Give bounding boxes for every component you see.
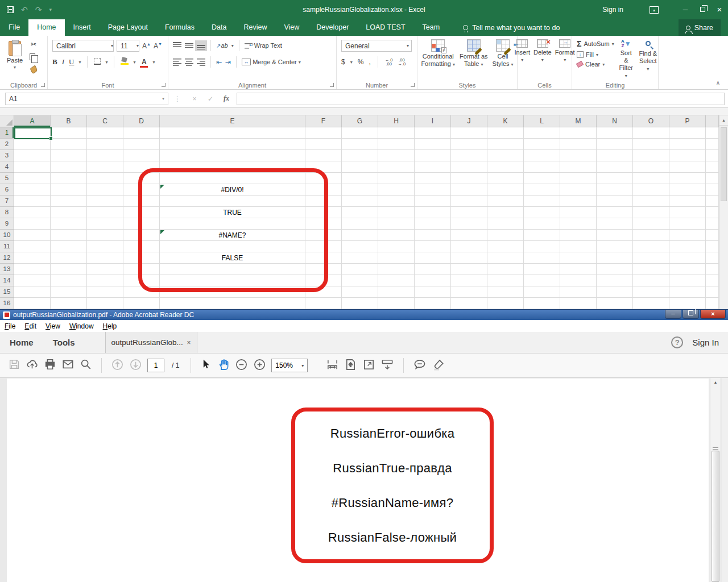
grid-cell[interactable]: [633, 230, 669, 241]
grid-cell[interactable]: [706, 241, 719, 252]
grid-cell[interactable]: [51, 196, 87, 207]
grid-cell[interactable]: [342, 184, 378, 196]
grid-cell[interactable]: [14, 252, 51, 264]
ribbon-display-options-icon[interactable]: ▴: [650, 6, 659, 14]
grid-cell[interactable]: [14, 196, 51, 207]
fill-color-dropdown-icon[interactable]: ▾: [133, 60, 135, 65]
grid-cell[interactable]: [487, 252, 524, 264]
insert-function-button[interactable]: fx: [218, 94, 234, 103]
grid-cell[interactable]: [560, 218, 597, 230]
grid-cell[interactable]: [597, 196, 633, 207]
ribbon-tab-page-layout[interactable]: Page Layout: [100, 19, 156, 36]
grid-cell[interactable]: [305, 298, 342, 309]
grid-cell[interactable]: [524, 241, 560, 252]
grid-cell[interactable]: [669, 264, 706, 275]
number-dialog-launcher-icon[interactable]: [411, 83, 415, 87]
grid-cell[interactable]: [342, 127, 378, 139]
grid-cell[interactable]: [560, 275, 597, 286]
insert-cells-button[interactable]: ⇤ Insert ▾: [514, 36, 530, 81]
fill-color-button[interactable]: [121, 57, 129, 67]
grid-cell[interactable]: [633, 150, 669, 161]
grid-cell[interactable]: [706, 139, 719, 150]
grid-cell[interactable]: [524, 139, 560, 150]
grid-cell[interactable]: [451, 241, 487, 252]
grid-cell[interactable]: [342, 286, 378, 298]
grid-cell[interactable]: [669, 139, 706, 150]
orientation-button[interactable]: ↗ab: [216, 42, 228, 49]
grid-cell[interactable]: [597, 275, 633, 286]
grid-cell[interactable]: [451, 196, 487, 207]
row-header-9[interactable]: 9: [0, 218, 14, 230]
tell-me-box[interactable]: Tell me what you want to do: [463, 19, 560, 36]
grid-cell[interactable]: [669, 161, 706, 173]
paste-button[interactable]: Paste ▾: [3, 39, 27, 81]
italic-button[interactable]: I: [62, 57, 64, 66]
grid-cell[interactable]: [14, 161, 51, 173]
grid-cell[interactable]: [87, 173, 123, 184]
grid-cell[interactable]: [415, 264, 451, 275]
grid-cell[interactable]: [451, 184, 487, 196]
excel-restore-button[interactable]: [694, 0, 711, 19]
print-button[interactable]: [44, 358, 56, 373]
grid-cell[interactable]: [487, 241, 524, 252]
menu-help[interactable]: Help: [98, 322, 122, 330]
cancel-entry-button[interactable]: ×: [187, 95, 202, 103]
grid-cell[interactable]: [706, 184, 719, 196]
name-box[interactable]: A1▾: [5, 93, 168, 105]
grid-cell[interactable]: [524, 184, 560, 196]
grid-cell[interactable]: [378, 127, 415, 139]
increase-decimal-button[interactable]: ←.0 .00: [385, 58, 393, 66]
grid-cell[interactable]: [451, 275, 487, 286]
grid-cell[interactable]: [706, 173, 719, 184]
row-header-15[interactable]: 15: [0, 286, 14, 298]
grid-cell[interactable]: [378, 230, 415, 241]
grid-cell[interactable]: [597, 207, 633, 218]
save-icon[interactable]: [7, 6, 14, 13]
column-header-k[interactable]: K: [487, 115, 524, 127]
grid-cell[interactable]: [706, 196, 719, 207]
reading-mode-button[interactable]: [380, 358, 394, 373]
grid-cell[interactable]: [597, 241, 633, 252]
tab-home[interactable]: Home: [0, 332, 43, 353]
grid-cell[interactable]: [524, 298, 560, 309]
column-header-n[interactable]: N: [597, 115, 633, 127]
grid-cell[interactable]: [487, 184, 524, 196]
grid-cell[interactable]: [415, 252, 451, 264]
column-header-b[interactable]: B: [51, 115, 87, 127]
align-middle-button[interactable]: [185, 42, 193, 49]
grid-cell[interactable]: [706, 161, 719, 173]
confirm-entry-button[interactable]: ✓: [202, 95, 218, 103]
find-select-button[interactable]: Find & Select ▾: [638, 38, 658, 84]
grid-cell[interactable]: [305, 127, 342, 139]
column-header-m[interactable]: M: [560, 115, 597, 127]
actual-size-button[interactable]: [362, 358, 375, 373]
grid-cell[interactable]: [524, 252, 560, 264]
grid-cell[interactable]: [415, 173, 451, 184]
grid-cell[interactable]: [669, 241, 706, 252]
grid-cell[interactable]: [524, 218, 560, 230]
grid-cell[interactable]: [487, 286, 524, 298]
ribbon-tab-review[interactable]: Review: [235, 19, 275, 36]
save-file-button[interactable]: [8, 358, 20, 373]
grid-cell[interactable]: [160, 127, 305, 139]
grid-cell[interactable]: [14, 298, 51, 309]
grid-cell[interactable]: [415, 207, 451, 218]
grid-cell[interactable]: [706, 218, 719, 230]
grid-cell[interactable]: [524, 161, 560, 173]
grid-cell[interactable]: [633, 196, 669, 207]
grid-cell[interactable]: [597, 161, 633, 173]
decrease-indent-button[interactable]: ⇤: [216, 58, 222, 66]
grid-cell[interactable]: [524, 173, 560, 184]
grid-cell[interactable]: [633, 161, 669, 173]
excel-minimize-button[interactable]: ─: [677, 0, 694, 19]
grid-cell[interactable]: [87, 275, 123, 286]
grid-cell[interactable]: [415, 161, 451, 173]
grid-cell[interactable]: [51, 173, 87, 184]
grid-cell[interactable]: [451, 286, 487, 298]
grid-cell[interactable]: [378, 241, 415, 252]
hand-tool-button[interactable]: [217, 358, 230, 373]
grid-cell[interactable]: [378, 173, 415, 184]
grid-cell[interactable]: [14, 264, 51, 275]
active-cell-selection[interactable]: [14, 127, 52, 139]
zoom-in-button[interactable]: [253, 358, 266, 373]
